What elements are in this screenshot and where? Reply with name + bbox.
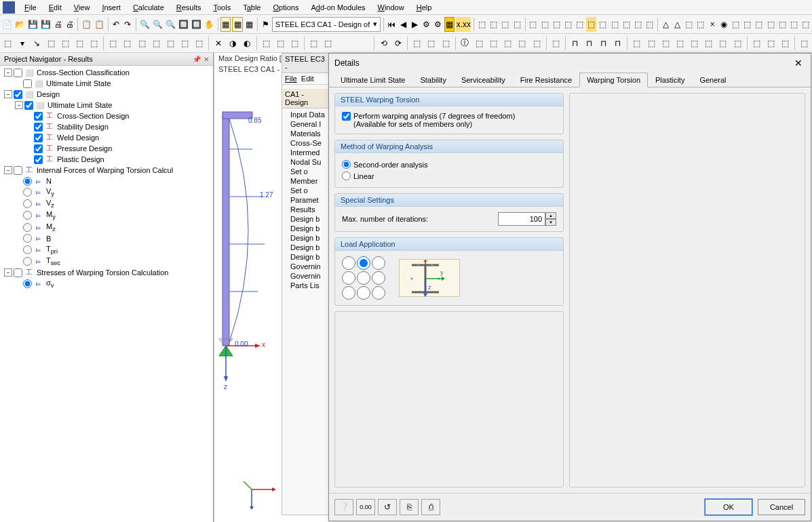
menu-addon[interactable]: Add-on Modules bbox=[305, 2, 370, 13]
tb-tool2-icon[interactable]: ⚙ bbox=[433, 17, 443, 32]
iter-up-icon[interactable]: ▲ bbox=[545, 212, 556, 219]
tree-label[interactable]: Cross-Section Classification bbox=[37, 68, 130, 77]
import-button[interactable]: ⎘ bbox=[400, 499, 419, 515]
tree-radio-b[interactable] bbox=[23, 234, 32, 243]
tree-label[interactable]: Pressure Design bbox=[57, 144, 112, 153]
tb2-t-icon[interactable]: ⬚ bbox=[288, 36, 301, 51]
tb2-ag-icon[interactable]: ⬚ bbox=[530, 36, 543, 51]
tab-uls[interactable]: Ultimate Limit State bbox=[333, 73, 412, 87]
perform-warping-checkbox[interactable] bbox=[342, 112, 351, 121]
tree-check-csc[interactable] bbox=[14, 68, 22, 77]
tree-label[interactable]: Vy bbox=[46, 187, 54, 197]
tb-page1-icon[interactable]: ▦ bbox=[220, 17, 231, 32]
tb-x-icon[interactable]: ⬚ bbox=[754, 17, 764, 32]
tb2-q-icon[interactable]: ◐ bbox=[241, 36, 254, 51]
tree-check-wd[interactable] bbox=[34, 134, 43, 142]
sec-tree-item[interactable]: Nodal Su bbox=[284, 157, 327, 167]
tree-radio-n[interactable] bbox=[23, 177, 32, 186]
sec-tree-item[interactable]: Member bbox=[284, 176, 327, 186]
tb-copy-icon[interactable]: 📋 bbox=[81, 17, 92, 32]
sec-tree-item[interactable]: Results bbox=[284, 205, 327, 214]
tree-label[interactable]: B bbox=[46, 235, 51, 243]
tb-r-icon[interactable]: ⬚ bbox=[684, 17, 694, 32]
tb-open-icon[interactable]: 📂 bbox=[14, 17, 26, 32]
iter-down-icon[interactable]: ▼ bbox=[545, 219, 556, 226]
tb2-z-icon[interactable]: ⬚ bbox=[425, 36, 438, 51]
tb2-w-icon[interactable]: ⟲ bbox=[377, 36, 390, 51]
tb-tool1-icon[interactable]: ⚙ bbox=[421, 17, 431, 32]
tb2-ae-icon[interactable]: ⬚ bbox=[501, 36, 514, 51]
tb2-au-icon[interactable]: ⬚ bbox=[750, 36, 763, 51]
tb2-av-icon[interactable]: ⬚ bbox=[765, 36, 777, 51]
tree-label[interactable]: My bbox=[46, 210, 56, 220]
sec-tree-item[interactable]: Set o bbox=[284, 186, 327, 195]
tb2-h-icon[interactable]: ⬚ bbox=[107, 36, 119, 51]
tab-warping[interactable]: Warping Torsion bbox=[579, 73, 648, 87]
tb-paste-icon[interactable]: 📋 bbox=[94, 17, 105, 32]
sec-tree-item[interactable]: Design b bbox=[284, 224, 327, 233]
export-button[interactable]: ⎙ bbox=[421, 499, 440, 515]
menu-help[interactable]: Help bbox=[411, 2, 438, 13]
load-radio-9[interactable] bbox=[372, 286, 385, 300]
dialog-close-icon[interactable]: ✕ bbox=[792, 56, 805, 70]
tree-check-uls2[interactable] bbox=[24, 101, 33, 110]
tb-pan-icon[interactable]: ✋ bbox=[204, 17, 215, 32]
tree-label[interactable]: Weld Design bbox=[57, 134, 99, 142]
tb2-x-icon[interactable]: ⟳ bbox=[391, 36, 404, 51]
tb2-f-icon[interactable]: ⬚ bbox=[73, 36, 86, 51]
tb2-ap-icon[interactable]: ⬚ bbox=[674, 36, 687, 51]
tab-service[interactable]: Serviceability bbox=[454, 73, 513, 87]
radio-second-order[interactable] bbox=[342, 160, 351, 169]
sec-tree-item[interactable]: Materials bbox=[284, 129, 327, 138]
tb2-ab-icon[interactable]: Ⓘ bbox=[459, 36, 471, 51]
tab-stability[interactable]: Stability bbox=[412, 73, 454, 87]
tree-label[interactable]: σv bbox=[46, 279, 54, 289]
tb-c-icon[interactable]: ⬚ bbox=[500, 17, 510, 32]
tb2-c-icon[interactable]: ↘ bbox=[30, 36, 43, 51]
tb2-at-icon[interactable]: ⬚ bbox=[731, 36, 744, 51]
tree-toggle[interactable]: − bbox=[15, 101, 23, 109]
help-button[interactable]: ❔ bbox=[334, 499, 353, 515]
tb2-p-icon[interactable]: ◑ bbox=[227, 36, 239, 51]
tb-print-icon[interactable]: 🖨 bbox=[53, 17, 63, 32]
sec-menu-edit[interactable]: Edit bbox=[301, 75, 314, 83]
tb-nav-next-icon[interactable]: ▶ bbox=[410, 17, 420, 32]
sec-tree-item[interactable]: Design b bbox=[284, 233, 327, 243]
tree-toggle[interactable]: − bbox=[4, 268, 12, 277]
tb-w-icon[interactable]: ⬚ bbox=[742, 17, 752, 32]
menu-edit[interactable]: Edit bbox=[43, 2, 67, 13]
tree-label[interactable]: Cross-Section Design bbox=[57, 112, 129, 120]
tree-check-design[interactable] bbox=[14, 90, 22, 99]
tree-label[interactable]: Vz bbox=[46, 199, 54, 209]
tb-module-dropdown[interactable]: STEEL EC3 CA1 - Design of▾ bbox=[272, 17, 381, 32]
tb2-y-icon[interactable]: ⬚ bbox=[410, 36, 423, 51]
tb2-ar-icon[interactable]: ⬚ bbox=[702, 36, 715, 51]
sec-tab[interactable]: CA1 - Design bbox=[282, 89, 328, 108]
tb-q-icon[interactable]: △ bbox=[672, 17, 682, 32]
tree-radio-tsec[interactable] bbox=[23, 257, 32, 266]
tree-label[interactable]: Stability Design bbox=[57, 123, 109, 131]
sec-tree-item[interactable]: Design b bbox=[284, 214, 327, 224]
tree-check-pd[interactable] bbox=[34, 144, 43, 153]
cancel-button[interactable]: Cancel bbox=[758, 499, 805, 515]
ok-button[interactable]: OK bbox=[705, 499, 752, 515]
tree-label[interactable]: Ultimate Limit State bbox=[47, 101, 112, 109]
tree-label[interactable]: Design bbox=[37, 90, 60, 98]
tb2-an-icon[interactable]: ⬚ bbox=[644, 36, 657, 51]
load-radio-7[interactable] bbox=[342, 286, 355, 300]
tree-label[interactable]: Internal Forces of Warping Torsion Calcu… bbox=[37, 166, 173, 174]
tree-label[interactable]: N bbox=[46, 177, 52, 185]
tb-i-icon[interactable]: ⬚ bbox=[575, 17, 585, 32]
sec-tree-item[interactable]: Cross-Se bbox=[284, 138, 327, 148]
tree-check-csd[interactable] bbox=[34, 112, 43, 121]
units-button[interactable]: 0.00 bbox=[356, 499, 375, 515]
tb-m-icon[interactable]: ⬚ bbox=[621, 17, 632, 32]
tree-label[interactable]: Mz bbox=[46, 222, 56, 233]
tb2-d-icon[interactable]: ⬚ bbox=[45, 36, 58, 51]
sec-tree-item[interactable]: Parts Lis bbox=[284, 281, 327, 290]
tb-y-icon[interactable]: ⬚ bbox=[765, 17, 775, 32]
load-radio-5[interactable] bbox=[357, 271, 370, 285]
tree-radio-sigmav[interactable] bbox=[23, 279, 32, 288]
sec-tree-item[interactable]: Design b bbox=[284, 243, 327, 252]
tb2-am-icon[interactable]: ⬚ bbox=[630, 36, 643, 51]
